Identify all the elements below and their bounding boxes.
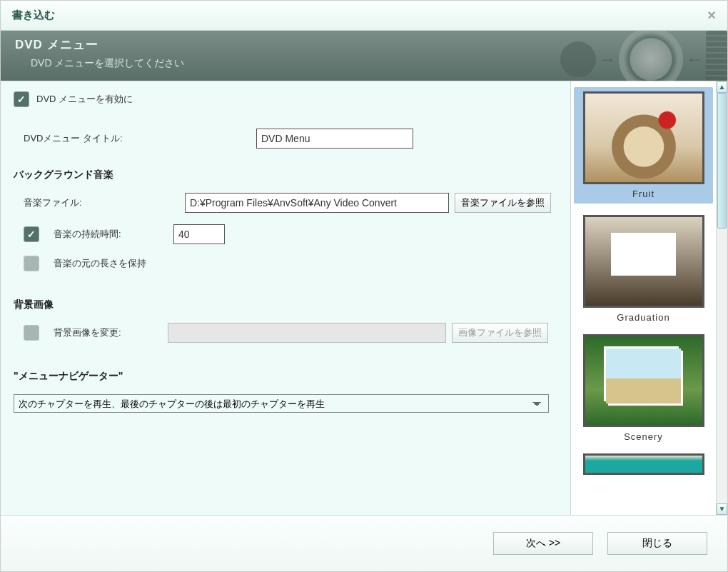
titlebar: 書き込む × xyxy=(1,1,727,31)
scrollbar-thumb[interactable] xyxy=(717,93,727,229)
scroll-down-button[interactable]: ▼ xyxy=(717,503,727,515)
arrow-left-icon: ← xyxy=(686,49,703,69)
template-item-fruit[interactable]: Fruit xyxy=(574,87,713,204)
template-item-partial[interactable] xyxy=(574,453,713,475)
header-graphic: → ← xyxy=(560,31,727,81)
music-file-input[interactable] xyxy=(185,193,449,213)
template-pane: Fruit Graduation Scenery ▲ xyxy=(570,81,727,515)
form-area: ✓ DVD メニューを有効に DVDメニュー タイトル: バックグラウンド音楽 … xyxy=(1,81,570,515)
keep-length-label: 音楽の元の長さを保持 xyxy=(54,257,146,270)
checkmark-icon: ✓ xyxy=(17,94,26,105)
film-reel-icon xyxy=(560,41,596,77)
template-thumbnail xyxy=(583,334,704,427)
music-duration-input[interactable] xyxy=(173,224,225,244)
scroll-up-button[interactable]: ▲ xyxy=(717,81,727,93)
film-strip-icon xyxy=(706,31,727,81)
browse-image-button[interactable]: 画像ファイルを参照 xyxy=(452,323,548,343)
checkmark-icon: ✓ xyxy=(27,229,36,240)
scrollbar-track[interactable] xyxy=(717,93,727,503)
music-file-label: 音楽ファイル: xyxy=(14,196,156,209)
template-scrollbar[interactable]: ▲ ▼ xyxy=(716,81,727,515)
arrow-right-icon: → xyxy=(599,49,616,69)
disc-icon xyxy=(619,31,683,81)
template-thumbnail xyxy=(583,453,704,475)
music-duration-label: 音楽の持続時間: xyxy=(54,228,173,241)
navigator-select[interactable]: 次のチャプターを再生、最後のチャプターの後は最初のチャプターを再生 xyxy=(14,394,549,413)
template-caption: Fruit xyxy=(574,189,713,199)
template-item-scenery[interactable]: Scenery xyxy=(574,334,713,442)
template-item-graduation[interactable]: Graduation xyxy=(574,215,713,323)
template-caption: Graduation xyxy=(574,312,713,323)
close-icon[interactable]: × xyxy=(707,7,716,24)
enable-menu-checkbox[interactable]: ✓ xyxy=(14,91,29,107)
template-caption: Scenery xyxy=(574,431,713,442)
dvd-title-input[interactable] xyxy=(256,129,413,149)
navigator-section-title: "メニューナビゲーター" xyxy=(14,370,557,383)
change-bg-checkbox[interactable] xyxy=(24,325,39,341)
template-thumbnail xyxy=(583,91,704,184)
close-button[interactable]: 閉じる xyxy=(607,532,707,555)
bg-music-section-title: バックグラウンド音楽 xyxy=(14,169,557,181)
bg-image-path-input xyxy=(168,323,446,343)
change-bg-label: 背景画像を変更: xyxy=(54,326,168,339)
browse-music-button[interactable]: 音楽ファイルを参照 xyxy=(455,193,551,213)
bg-image-section-title: 背景画像 xyxy=(14,298,557,311)
header-band: DVD メニュー DVD メニューを選択してください → ← xyxy=(1,31,727,81)
template-thumbnail xyxy=(583,215,704,308)
keep-length-checkbox[interactable] xyxy=(24,256,39,271)
enable-menu-label: DVD メニューを有効に xyxy=(36,93,133,106)
next-button[interactable]: 次へ >> xyxy=(493,532,593,555)
footer: 次へ >> 閉じる xyxy=(1,516,727,571)
dvd-title-label: DVDメニュー タイトル: xyxy=(14,132,156,145)
music-duration-checkbox[interactable]: ✓ xyxy=(24,226,39,242)
window-title: 書き込む xyxy=(12,9,55,22)
